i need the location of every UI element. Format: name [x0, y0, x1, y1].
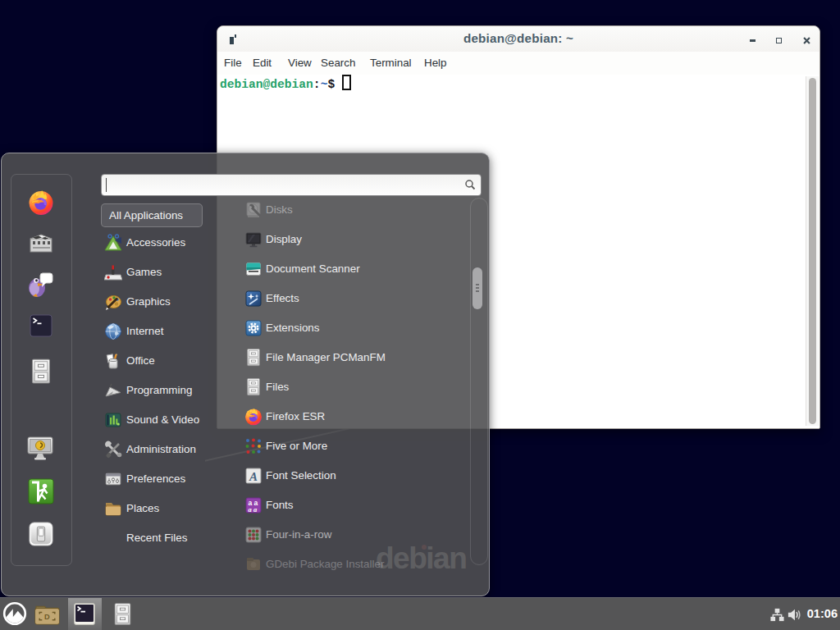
svg-text:D: D [44, 613, 50, 621]
